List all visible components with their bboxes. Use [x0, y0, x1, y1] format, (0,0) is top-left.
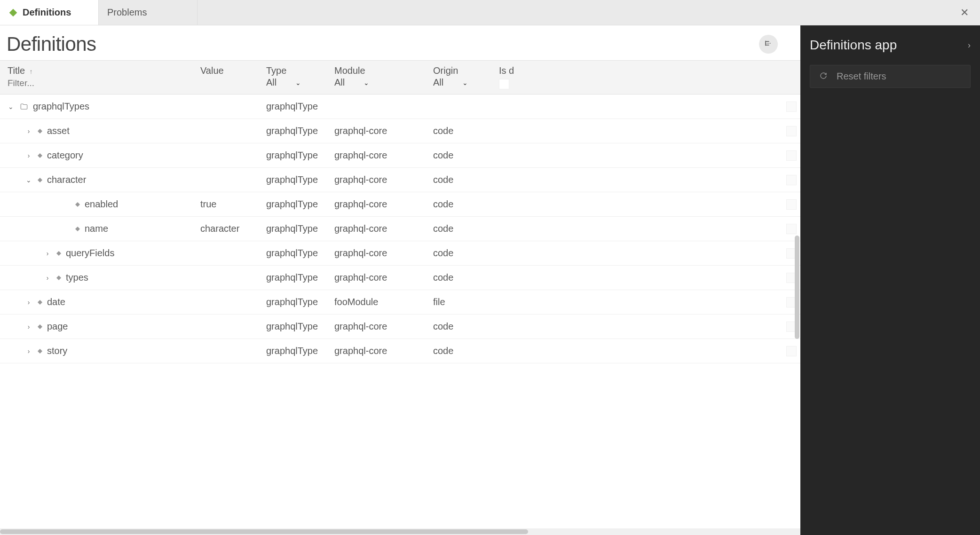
row-type: graphqlType [259, 174, 327, 185]
column-type[interactable]: Type All ⌄ [259, 61, 327, 94]
table-row[interactable]: namecharactergraphqlTypegraphql-corecode [0, 217, 800, 241]
collapse-panel-icon[interactable]: › [968, 40, 971, 50]
row-type: graphqlType [259, 321, 327, 332]
table-row[interactable]: ›queryFieldsgraphqlTypegraphql-corecode [0, 241, 800, 266]
chevron-right-icon[interactable]: › [43, 274, 52, 282]
svg-marker-6 [38, 153, 42, 158]
tab-problems[interactable]: Problems [99, 0, 198, 25]
svg-marker-12 [38, 300, 42, 305]
table-row[interactable]: ›dategraphqlTypefooModulefile [0, 290, 800, 315]
column-title[interactable]: Title ↑ [0, 61, 193, 94]
row-origin: code [426, 346, 491, 356]
tab-label: Definitions [23, 7, 71, 18]
svg-marker-8 [75, 202, 80, 207]
row-type: graphqlType [259, 272, 327, 283]
node-icon [56, 251, 61, 256]
column-label: Module [334, 65, 365, 76]
refresh-icon [820, 71, 827, 82]
column-label: Origin [433, 65, 458, 76]
row-checkbox[interactable] [786, 102, 797, 112]
type-filter-select[interactable]: All ⌄ [266, 77, 319, 88]
scrollbar-thumb[interactable] [795, 236, 799, 339]
row-title: character [47, 174, 86, 185]
node-icon [38, 129, 42, 134]
title-filter-input[interactable] [8, 78, 185, 88]
horizontal-scrollbar[interactable] [0, 528, 800, 535]
row-origin: code [426, 199, 491, 210]
row-type: graphqlType [259, 199, 327, 210]
sort-ascending-icon: ↑ [30, 68, 33, 75]
page-title: Definitions [7, 33, 96, 55]
tree-icon [764, 39, 773, 50]
row-module: graphql-core [327, 126, 426, 136]
column-module[interactable]: Module All ⌄ [327, 61, 426, 94]
tree-view-toggle-button[interactable] [759, 35, 778, 54]
column-origin[interactable]: Origin All ⌄ [426, 61, 491, 94]
table-row[interactable]: enabledtruegraphqlTypegraphql-corecode [0, 192, 800, 217]
row-title: name [85, 223, 108, 234]
row-module: graphql-core [327, 248, 426, 259]
node-icon [38, 324, 42, 329]
row-title: page [47, 321, 68, 332]
node-icon [75, 227, 80, 231]
row-module: fooModule [327, 297, 426, 307]
content-area: Definitions Title ↑ [0, 25, 800, 535]
row-type: graphqlType [259, 297, 327, 307]
node-icon [38, 349, 42, 354]
row-origin: file [426, 297, 491, 307]
row-checkbox[interactable] [786, 175, 797, 185]
row-title: types [66, 272, 88, 283]
reset-filters-button[interactable]: Reset filters [810, 65, 971, 88]
svg-marker-10 [56, 251, 61, 256]
definitions-tree[interactable]: ⌄graphqlTypesgraphqlType›assetgraphqlTyp… [0, 94, 800, 528]
row-title: story [47, 346, 67, 356]
chevron-right-icon[interactable]: › [24, 347, 33, 355]
svg-marker-9 [75, 227, 80, 231]
node-icon [56, 275, 61, 280]
table-header: Title ↑ Value Type All ⌄ Module [0, 60, 800, 94]
svg-marker-14 [38, 349, 42, 354]
table-row[interactable]: ›categorygraphqlTypegraphql-corecode [0, 143, 800, 168]
table-row[interactable]: ›pagegraphqlTypegraphql-corecode [0, 315, 800, 339]
chevron-down-icon[interactable]: ⌄ [7, 102, 15, 111]
row-origin: code [426, 126, 491, 136]
reset-filters-label: Reset filters [837, 71, 886, 82]
row-title: asset [47, 126, 70, 136]
module-filter-select[interactable]: All ⌄ [334, 77, 418, 88]
chevron-right-icon[interactable]: › [24, 323, 33, 331]
table-row[interactable]: ›typesgraphqlTypegraphql-corecode [0, 266, 800, 290]
table-row[interactable]: ⌄charactergraphqlTypegraphql-corecode [0, 168, 800, 192]
row-type: graphqlType [259, 101, 327, 112]
table-row[interactable]: ›storygraphqlTypegraphql-corecode [0, 339, 800, 363]
svg-marker-7 [38, 178, 42, 182]
page-header: Definitions [0, 25, 800, 60]
row-type: graphqlType [259, 223, 327, 234]
chevron-right-icon[interactable]: › [43, 249, 52, 258]
chevron-down-icon[interactable]: ⌄ [24, 176, 33, 184]
row-checkbox[interactable] [786, 150, 797, 161]
column-label: Is d [499, 65, 514, 76]
column-isd[interactable]: Is d [491, 61, 515, 94]
table-row[interactable]: ⌄graphqlTypesgraphqlType [0, 94, 800, 119]
row-checkbox[interactable] [786, 126, 797, 136]
column-label: Type [266, 65, 286, 76]
app-logo-icon [8, 8, 18, 17]
column-label: Title [8, 65, 25, 76]
chevron-right-icon[interactable]: › [24, 298, 33, 307]
row-type: graphqlType [259, 150, 327, 161]
scrollbar-thumb[interactable] [0, 529, 528, 534]
vertical-scrollbar[interactable] [794, 193, 800, 372]
table-row[interactable]: ›assetgraphqlTypegraphql-corecode [0, 119, 800, 143]
chevron-right-icon[interactable]: › [24, 127, 33, 135]
svg-marker-5 [38, 129, 42, 134]
tab-definitions[interactable]: Definitions [0, 0, 99, 25]
isd-filter-checkbox[interactable] [499, 79, 509, 89]
close-icon[interactable]: ✕ [960, 7, 969, 19]
column-label: Value [200, 65, 224, 76]
row-module: graphql-core [327, 199, 426, 210]
row-title: queryFields [66, 248, 114, 259]
origin-filter-select[interactable]: All ⌄ [433, 77, 484, 88]
chevron-down-icon: ⌄ [364, 79, 369, 87]
chevron-right-icon[interactable]: › [24, 151, 33, 160]
column-value[interactable]: Value [193, 61, 259, 94]
